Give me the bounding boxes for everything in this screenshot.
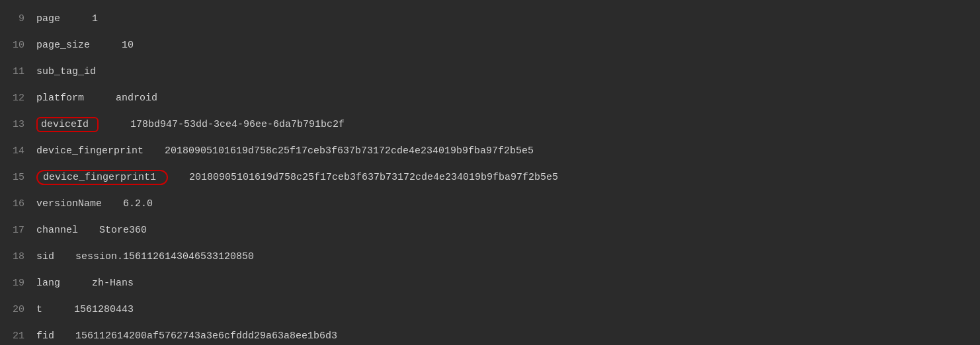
- line-value: session.15611261430465331208​50: [75, 251, 254, 262]
- highlighted-key-box: deviceId: [36, 117, 99, 132]
- line-number: 13: [0, 119, 36, 130]
- line-content: device_fingerprint120180905101619d758c25…: [36, 170, 558, 185]
- line-value: 10: [122, 40, 134, 51]
- line-number: 21: [0, 330, 36, 342]
- line-content: langzh-Hans: [36, 278, 134, 289]
- line-value: 1561280443: [74, 304, 134, 315]
- code-line: 19langzh-Hans: [0, 270, 980, 296]
- line-value: 20180905101619d758c25f17ceb3f637b73172cd…: [189, 172, 558, 183]
- code-line: 12platformandroid: [0, 85, 980, 111]
- line-value: 1: [92, 13, 98, 24]
- code-line: 10page_size10: [0, 32, 980, 58]
- line-number: 16: [0, 198, 36, 210]
- line-key: platform: [36, 93, 84, 104]
- line-key: channel: [36, 225, 78, 236]
- code-line: 17channelStore360: [0, 217, 980, 243]
- line-content: sidsession.15611261430465331208​50: [36, 251, 254, 262]
- line-value: android: [116, 93, 157, 104]
- code-line: 15device_fingerprint120180905101619d758c…: [0, 164, 980, 190]
- code-line: 16versionName6.2.0: [0, 190, 980, 217]
- line-value: zh-Hans: [92, 278, 134, 289]
- line-number: 17: [0, 225, 36, 236]
- code-line: 9page1: [0, 5, 980, 32]
- line-number: 11: [0, 66, 36, 77]
- line-key: sub_tag_id: [36, 66, 96, 77]
- line-key: page_size: [36, 40, 90, 51]
- line-key: sid: [36, 251, 54, 262]
- line-content: fid156112614200af5762743a3e6cfddd29a63a8…: [36, 330, 337, 342]
- line-content: deviceId178bd947-53dd-3ce4-96ee-6da7b791…: [36, 117, 345, 132]
- line-number: 10: [0, 40, 36, 51]
- line-key: device_fingerprint: [36, 145, 143, 157]
- line-number: 14: [0, 145, 36, 157]
- highlighted-key-circle: device_fingerprint1: [36, 170, 168, 185]
- code-line: 13deviceId178bd947-53dd-3ce4-96ee-6da7b7…: [0, 111, 980, 137]
- line-content: platformandroid: [36, 93, 157, 104]
- code-line: 20t1561280443: [0, 296, 980, 323]
- line-value: Store360: [99, 225, 147, 236]
- line-number: 9: [0, 13, 36, 24]
- line-key: lang: [36, 278, 60, 289]
- code-line: 11sub_tag_id: [0, 58, 980, 85]
- code-block: 9page110page_size1011sub_tag_id12platfor…: [0, 0, 980, 345]
- line-number: 12: [0, 93, 36, 104]
- line-number: 20: [0, 304, 36, 315]
- code-line: 18sidsession.15611261430465331208​50: [0, 243, 980, 270]
- line-number: 18: [0, 251, 36, 262]
- line-key: versionName: [36, 198, 102, 210]
- line-content: page_size10: [36, 40, 134, 51]
- code-line: 21fid156112614200af5762743a3e6cfddd29a63…: [0, 323, 980, 345]
- line-content: sub_tag_id: [36, 66, 101, 77]
- line-key: page: [36, 13, 60, 24]
- line-value: 178bd947-53dd-3ce4-96ee-6da7b791bc2f: [130, 119, 345, 130]
- line-content: t1561280443: [36, 304, 134, 315]
- line-content: versionName6.2.0: [36, 198, 153, 210]
- code-line: 14device_fingerprint20180905101619d758c2…: [0, 137, 980, 164]
- line-value: 20180905101619d758c25f17ceb3f637b73172cd…: [165, 145, 534, 157]
- line-key: fid: [36, 330, 54, 342]
- line-key: t: [36, 304, 42, 315]
- line-value: 6.2.0: [123, 198, 153, 210]
- line-number: 15: [0, 172, 36, 183]
- line-content: device_fingerprint20180905101619d758c25f…: [36, 145, 534, 157]
- line-content: channelStore360: [36, 225, 147, 236]
- line-value: 156112614200af5762743a3e6cfddd29a63a8ee1…: [75, 330, 337, 342]
- line-number: 19: [0, 278, 36, 289]
- line-content: page1: [36, 13, 98, 24]
